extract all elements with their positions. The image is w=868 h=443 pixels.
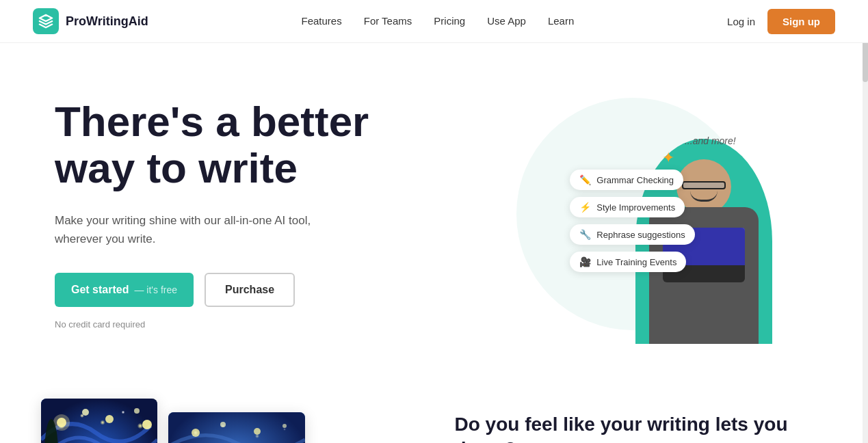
hero-image-area: ...and more! ✦ ✏️ Grammar Checking ⚡ Sty…: [438, 84, 827, 344]
no-cc-text: No credit card required: [55, 319, 438, 330]
nav-links: Features For Teams Pricing Use App Learn: [302, 15, 575, 27]
rephrase-label: Rephrase suggestions: [596, 230, 685, 240]
more-label: ...and more!: [685, 135, 736, 146]
nav-actions: Log in Sign up: [727, 9, 835, 34]
nav-for-teams[interactable]: For Teams: [364, 15, 412, 27]
nav-features[interactable]: Features: [302, 15, 342, 27]
star-decoration: ✦: [662, 149, 674, 167]
svg-rect-10: [168, 412, 305, 443]
section-two-title: Do you feel like your writing lets you d…: [455, 412, 828, 443]
logo-icon: [33, 8, 59, 34]
svg-point-9: [44, 419, 58, 443]
svg-point-5: [134, 408, 140, 414]
hero-buttons: Get started — it's free Purchase: [55, 273, 438, 307]
nav-use-app[interactable]: Use App: [487, 15, 526, 27]
purchase-button[interactable]: Purchase: [205, 273, 295, 307]
login-button[interactable]: Log in: [727, 16, 755, 27]
section-two: My idea in my head Do you feel like your…: [0, 371, 868, 443]
style-icon: ⚡: [579, 202, 591, 213]
svg-point-12: [220, 422, 226, 427]
logo-link[interactable]: ProWritingAid: [33, 8, 148, 34]
svg-point-1: [57, 418, 66, 427]
svg-point-3: [82, 409, 89, 416]
grammar-icon: ✏️: [579, 174, 591, 185]
nav-learn[interactable]: Learn: [548, 15, 574, 27]
brand-name: ProWritingAid: [66, 14, 148, 29]
painting-svg-secondary: [168, 412, 305, 443]
style-label: Style Improvements: [596, 202, 675, 213]
svg-point-11: [192, 429, 200, 437]
feature-tag-rephrase: 🔧 Rephrase suggestions: [570, 224, 694, 245]
painting-svg-main: [41, 399, 157, 443]
training-label: Live Training Events: [596, 257, 676, 267]
hero-section: There's a better way to write Make your …: [0, 43, 868, 371]
svg-point-2: [53, 414, 70, 431]
rephrase-icon: 🔧: [579, 229, 591, 240]
training-icon: 🎥: [579, 256, 591, 267]
feature-tag-grammar: ✏️ Grammar Checking: [570, 170, 683, 190]
feature-tag-style: ⚡ Style Improvements: [570, 197, 685, 217]
svg-point-6: [142, 420, 152, 429]
feature-tag-training: 🎥 Live Training Events: [570, 252, 686, 272]
get-started-button[interactable]: Get started — it's free: [55, 273, 194, 307]
svg-rect-0: [41, 399, 157, 443]
scrollbar[interactable]: [863, 0, 868, 443]
grammar-label: Grammar Checking: [596, 175, 674, 185]
painting-card-secondary: My idea in my head: [168, 412, 305, 443]
free-tag: — it's free: [134, 284, 177, 295]
hero-content: There's a better way to write Make your …: [55, 98, 438, 330]
hero-title: There's a better way to write: [55, 98, 438, 191]
painting-card-main: [41, 399, 157, 443]
hero-subtitle: Make your writing shine with our all-in-…: [55, 211, 328, 248]
svg-point-14: [282, 424, 287, 428]
nav-pricing[interactable]: Pricing: [434, 15, 465, 27]
navbar: ProWritingAid Features For Teams Pricing…: [0, 0, 868, 43]
section-two-images: My idea in my head: [41, 399, 414, 443]
signup-button[interactable]: Sign up: [767, 9, 835, 34]
section-two-text: Do you feel like your writing lets you d…: [455, 399, 828, 443]
svg-point-4: [105, 415, 114, 423]
svg-point-13: [254, 428, 261, 435]
